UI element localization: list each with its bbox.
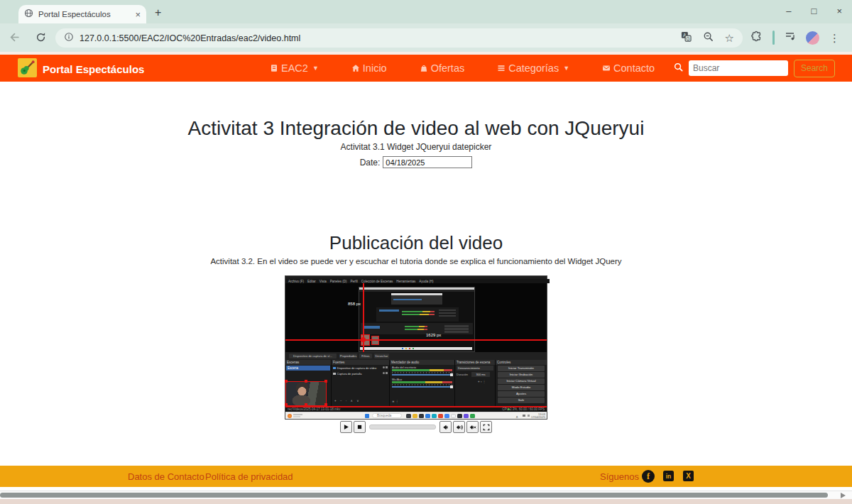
nav-item-ofertas[interactable]: Ofertas: [420, 62, 465, 74]
capture-width-label: 1629 px: [426, 333, 441, 337]
obs-menu-item: Archivo (F): [288, 280, 304, 283]
play-button[interactable]: [340, 421, 352, 433]
linkedin-icon[interactable]: in: [663, 471, 674, 481]
fullscreen-button[interactable]: [480, 421, 492, 433]
address-bar[interactable]: 127.0.0.1:5500/EAC2/IOC%20Entradas/eac2/…: [55, 28, 743, 48]
nav-item-label: EAC2: [281, 62, 308, 74]
obs-mixer-panel: Mezclador de audio Audio del escritorio …: [390, 360, 454, 406]
scrollbar-thumb[interactable]: [0, 493, 828, 498]
obs-scene-row: Escena: [286, 366, 330, 371]
windows-start-icon: [365, 414, 369, 418]
translate-icon[interactable]: AG: [681, 31, 692, 45]
obs-virtual-cam-button: Iniciar Cámara Virtual: [498, 378, 545, 384]
obs-menu-item: Paneles (D): [330, 280, 347, 283]
new-tab-button[interactable]: +: [155, 6, 161, 19]
webcam-overlay: [285, 381, 327, 406]
nav-menu: EAC2 ▼ Inicio Ofertas Categorías ▼ Conta…: [270, 55, 733, 82]
capture-height-label: 858 px: [344, 302, 361, 306]
obs-recording-path: rec/Videos/2025-04-17 13-01-18.mkv: [288, 407, 340, 411]
offers-bag-icon: [420, 64, 428, 72]
mute-button[interactable]: [466, 421, 479, 433]
stop-button[interactable]: [354, 421, 366, 433]
svg-text:G: G: [686, 36, 689, 41]
minimize-button[interactable]: –: [786, 6, 791, 16]
obs-menu-item: Herramientas: [396, 280, 415, 283]
media-controls-icon[interactable]: [785, 31, 796, 45]
obs-menu-item: Colección de Escenas: [361, 280, 393, 283]
guitar-logo-icon: [18, 58, 37, 80]
browser-menu-icon[interactable]: ⋮: [829, 33, 840, 43]
zoom-icon[interactable]: [703, 31, 714, 45]
nav-item-contacto[interactable]: Contacto: [602, 62, 655, 74]
chevron-down-icon: ▼: [312, 65, 319, 72]
obs-menu-item: Vista: [320, 280, 327, 283]
browser-tab[interactable]: Portal Espectáculos ×: [18, 5, 146, 23]
volume-low-button[interactable]: [439, 421, 452, 433]
search-input[interactable]: [689, 60, 788, 76]
window-bottom-edge: [0, 499, 852, 504]
bookmark-star-icon[interactable]: ☆: [725, 33, 734, 43]
maximize-button[interactable]: □: [812, 6, 817, 16]
seek-slider[interactable]: [369, 424, 436, 429]
close-button[interactable]: ×: [836, 6, 842, 16]
volume-up-button[interactable]: [453, 421, 465, 433]
obs-source-row: Captura de pantalla: [337, 372, 362, 376]
obs-transition-dropdown: Desvanecimiento: [457, 366, 493, 371]
obs-nested-window: [359, 287, 475, 352]
nav-search-area: Search: [674, 55, 835, 82]
obs-scenes-title: Escenas: [285, 360, 331, 365]
obs-discard-button: Desechar: [374, 354, 389, 358]
nav-item-eac2[interactable]: EAC2 ▼: [270, 62, 319, 74]
date-input[interactable]: [383, 156, 472, 168]
nav-item-label: Ofertas: [431, 62, 465, 74]
taskbar-clock: 13:03 17/04/2025: [531, 413, 545, 420]
obs-sources-panel: Fuentes Dispositivo de captura de vídeo …: [332, 360, 389, 406]
envelope-icon: [602, 64, 611, 72]
selection-handle: [285, 380, 288, 383]
reload-icon[interactable]: [36, 32, 46, 45]
page-title: Activitat 3 Integración de video al web …: [0, 117, 832, 140]
obs-studio-mode-button: Modo Estudio: [498, 385, 545, 390]
search-button[interactable]: Search: [794, 60, 835, 77]
tab-close-icon[interactable]: ×: [135, 9, 141, 20]
window-controls: – □ ×: [786, 6, 842, 16]
toolbar-separator: [772, 31, 775, 45]
chrome-action-icons: ⋮: [751, 28, 840, 48]
obs-exit-button: Salir: [498, 398, 545, 403]
obs-source-row: Dispositivo de captura de vídeo: [337, 366, 377, 370]
back-icon[interactable]: [9, 31, 21, 46]
video-player[interactable]: Archivo (F) Editar Vista Paneles (D) Per…: [285, 276, 547, 419]
obs-menu-item: Editar: [307, 280, 316, 283]
obs-menu-item: Ayuda (H): [419, 280, 433, 283]
date-row: Date:: [0, 156, 832, 168]
nav-item-inicio[interactable]: Inicio: [351, 62, 387, 74]
obs-performance-stats: CPU 2.3%, 60.00 / 60.00 FPS: [502, 407, 545, 411]
obs-controls-panel: Controles Iniciar Transmisión Iniciar Gr…: [496, 360, 547, 406]
facebook-icon[interactable]: f: [642, 470, 655, 483]
selection-handle: [305, 380, 307, 383]
page-footer: Datos de Contacto Política de privacidad…: [0, 466, 852, 487]
url-text[interactable]: 127.0.0.1:5500/EAC2/IOC%20Entradas/eac2/…: [80, 33, 681, 43]
obs-menu-item: Perfil: [350, 280, 357, 283]
obs-transitions-panel: Transiciones de escena Desvanecimiento D…: [455, 360, 495, 406]
video-section-title: Publicación del video: [0, 232, 832, 254]
taskbar-app-logo: [288, 414, 292, 418]
footer-link-privacy[interactable]: Política de privacidad: [205, 471, 293, 482]
obs-settings-button: Ajustes: [498, 391, 545, 397]
nav-item-label: Inicio: [363, 62, 387, 74]
activity-31-subtitle: Activitat 3.1 Widget JQueryui datepicker: [0, 142, 832, 152]
brand[interactable]: Portal Espectáculos: [18, 58, 144, 80]
obs-duration-label: Duración: [457, 373, 468, 376]
nav-item-categorias[interactable]: Categorías ▼: [497, 62, 569, 74]
obs-transitions-footer-icons: + ▫ ⋮: [478, 380, 486, 383]
selection-handle: [305, 403, 307, 406]
tray-chevron-icon: ∧: [515, 415, 518, 419]
x-twitter-icon[interactable]: X: [683, 471, 694, 481]
obs-properties-button: Propiedades: [339, 354, 357, 358]
player-controls: [0, 421, 832, 433]
extensions-puzzle-icon[interactable]: [751, 31, 763, 45]
site-info-icon[interactable]: [64, 32, 74, 45]
scrollbar-right-arrow-icon[interactable]: [841, 493, 846, 498]
footer-link-contact[interactable]: Datos de Contacto: [128, 471, 204, 482]
profile-avatar[interactable]: [806, 31, 819, 45]
